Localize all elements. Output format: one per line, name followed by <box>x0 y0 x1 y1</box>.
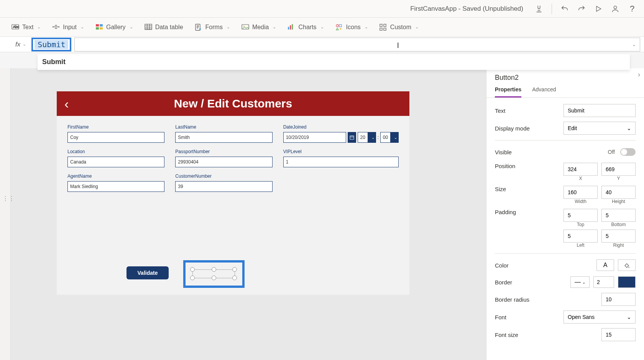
field-custnum: CustomerNumber <box>175 173 272 192</box>
prop-input-y[interactable] <box>601 163 636 176</box>
app-screen: ‹ New / Edit Customers FirstName LastNam… <box>57 91 409 295</box>
label-location: Location <box>67 149 164 154</box>
play-icon[interactable] <box>594 5 603 13</box>
ribbon-gallery[interactable]: Gallery⌄ <box>95 24 133 31</box>
formula-token[interactable]: Submit <box>34 40 68 49</box>
ribbon-input[interactable]: Input⌄ <box>52 24 84 31</box>
properties-panel: › Button2 Properties Advanced Text Displ… <box>486 68 644 360</box>
prop-label-fontsize: Font size <box>495 332 601 338</box>
chevron-down-icon: ⌄ <box>371 135 375 140</box>
prop-select-displaymode[interactable]: Edit⌄ <box>564 122 636 135</box>
tab-advanced[interactable]: Advanced <box>532 83 556 97</box>
prop-input-text[interactable] <box>564 104 636 117</box>
prop-input-borderradius[interactable] <box>601 293 636 306</box>
prop-input-padbottom[interactable] <box>601 209 636 222</box>
svg-rect-19 <box>384 28 386 30</box>
redo-icon[interactable] <box>577 5 586 13</box>
minute-select[interactable]: 00⌄ <box>380 132 399 143</box>
ribbon-custom[interactable]: Custom⌄ <box>380 24 419 31</box>
prop-select-font[interactable]: Open Sans⌄ <box>564 310 636 324</box>
formula-text-highlight: Submit <box>31 38 71 51</box>
chevron-down-icon: ⌄ <box>394 135 397 140</box>
svg-rect-11 <box>288 27 289 30</box>
field-datejoined: DateJoined 20⌄ : 00⌄ <box>283 124 399 143</box>
chevron-down-icon: ⌄ <box>415 25 419 30</box>
text-cursor-icon: I <box>397 41 399 50</box>
prop-input-x[interactable] <box>564 163 598 176</box>
screen-header: ‹ New / Edit Customers <box>57 91 409 116</box>
share-icon[interactable] <box>611 5 619 13</box>
prop-label-text: Text <box>495 107 564 114</box>
input-viplevel[interactable] <box>283 157 399 167</box>
chevron-right-icon[interactable]: › <box>638 71 640 79</box>
chevron-down-icon[interactable]: ⌄ <box>23 42 26 47</box>
prop-label-font: Font <box>495 314 564 320</box>
formula-input[interactable]: I ⌄ <box>74 38 640 51</box>
input-passport[interactable] <box>175 157 272 167</box>
ribbon-icons[interactable]: Icons⌄ <box>335 24 368 31</box>
field-passport: PassportNumber <box>175 149 272 167</box>
svg-rect-18 <box>380 28 382 30</box>
tree-view-rail[interactable]: ⋮⋮ <box>0 68 11 360</box>
svg-point-0 <box>614 6 616 8</box>
selected-control-name: Button2 <box>486 68 644 83</box>
prop-label-padding: Padding <box>495 209 564 215</box>
svg-rect-15 <box>339 25 342 27</box>
input-lastname[interactable] <box>175 132 272 143</box>
undo-icon[interactable] <box>560 5 569 13</box>
input-location[interactable] <box>67 157 164 167</box>
divider <box>552 3 552 14</box>
ribbon-forms[interactable]: Forms⌄ <box>195 24 230 31</box>
input-agent[interactable] <box>67 181 164 192</box>
media-icon <box>242 24 249 31</box>
tab-properties[interactable]: Properties <box>495 83 521 97</box>
svg-point-10 <box>243 25 244 26</box>
ribbon-text[interactable]: Abc Text⌄ <box>12 24 41 31</box>
input-datejoined[interactable] <box>283 132 346 143</box>
border-width-input[interactable] <box>593 276 614 288</box>
fill-color-button[interactable] <box>618 259 636 271</box>
font-color-button[interactable]: A <box>596 259 614 271</box>
chevron-down-icon: ⌄ <box>227 25 230 30</box>
back-icon[interactable]: ‹ <box>64 96 69 111</box>
svg-point-14 <box>336 25 338 27</box>
help-icon[interactable]: ? <box>628 5 636 13</box>
border-color-swatch[interactable] <box>618 276 636 288</box>
visible-state: Off <box>608 149 615 155</box>
prop-input-padtop[interactable] <box>564 209 598 222</box>
input-icon <box>52 24 60 31</box>
validate-button[interactable]: Validate <box>127 266 169 279</box>
selection-handles[interactable] <box>191 268 237 280</box>
custom-icon <box>380 24 387 31</box>
svg-rect-12 <box>290 25 291 30</box>
app-checker-icon[interactable] <box>535 5 543 13</box>
prop-input-height[interactable] <box>601 186 636 199</box>
input-firstname[interactable] <box>67 132 164 143</box>
grip-icon[interactable]: ⋮⋮ <box>2 195 15 202</box>
prop-label-position: Position <box>495 163 564 169</box>
ribbon-media[interactable]: Media⌄ <box>242 24 276 31</box>
border-style-select[interactable]: — ⌄ <box>570 276 590 288</box>
chevron-down-icon[interactable]: ⌄ <box>632 42 636 47</box>
prop-input-padleft[interactable] <box>564 230 598 243</box>
svg-rect-13 <box>292 24 293 30</box>
chevron-down-icon: ⌄ <box>37 25 41 30</box>
svg-rect-8 <box>196 24 200 30</box>
prop-input-width[interactable] <box>564 186 598 199</box>
prop-input-fontsize[interactable] <box>601 328 636 341</box>
visible-toggle[interactable] <box>620 148 636 156</box>
label-firstname: FirstName <box>67 124 164 130</box>
label-viplevel: VIPLevel <box>283 149 399 154</box>
prop-input-padright[interactable] <box>601 230 636 243</box>
prop-label-borderradius: Border radius <box>495 296 601 303</box>
selected-button-control[interactable] <box>183 260 245 288</box>
fx-label[interactable]: fx <box>15 41 20 48</box>
input-custnum[interactable] <box>175 181 272 192</box>
formula-suggestion[interactable]: Submit <box>38 54 630 70</box>
ribbon-datatable[interactable]: Data table <box>145 24 183 31</box>
hour-select[interactable]: 20⌄ <box>358 132 376 143</box>
ribbon-charts[interactable]: Charts⌄ <box>288 24 324 31</box>
calendar-icon[interactable] <box>348 132 356 143</box>
screen-title: New / Edit Customers <box>174 97 292 110</box>
prop-label-displaymode: Display mode <box>495 125 564 132</box>
